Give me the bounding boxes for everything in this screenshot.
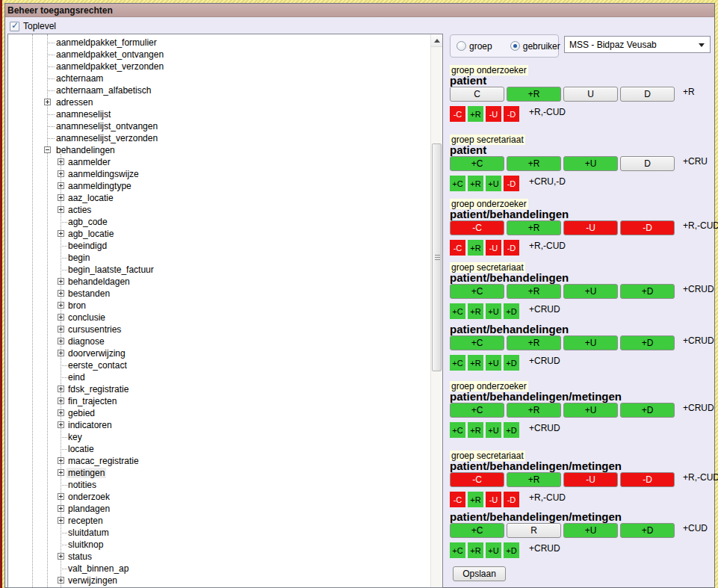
tree-item-label[interactable]: gebied (66, 408, 96, 418)
tree-item-label[interactable]: aaz_locatie (66, 193, 115, 203)
permission-button-min-d[interactable]: -D (620, 472, 675, 487)
permission-button-min-u[interactable]: -U (563, 220, 618, 235)
tree-row[interactable]: valt_binnen_ap (8, 563, 429, 575)
tree-row[interactable]: aanmelder (8, 156, 429, 168)
permission-toggle-min-d[interactable]: -D (504, 492, 519, 507)
tree-row[interactable]: bestanden (8, 288, 429, 300)
tree-item-label[interactable]: metingen (66, 468, 106, 478)
expand-plus-icon[interactable] (58, 182, 64, 189)
permission-toggle-plusmin-d[interactable]: +D (504, 542, 519, 558)
tree-item-label[interactable]: anamneselijst_ontvangen (55, 121, 159, 131)
tree-row[interactable]: aanmeldingtype (8, 180, 429, 192)
tree-row[interactable]: bron (8, 300, 429, 312)
tree-item-label[interactable]: begin (66, 253, 91, 263)
permission-toggle-min-u[interactable]: -U (486, 240, 501, 256)
tree-item-label[interactable]: begin_laatste_factuur (66, 264, 155, 275)
expand-plus-icon[interactable] (58, 350, 64, 356)
permission-toggle-min-u[interactable]: -U (486, 106, 501, 122)
tree-item-label[interactable]: doorverwijzing (66, 348, 127, 359)
tree-row[interactable]: acties (8, 204, 429, 216)
permission-toggle-plusmin-d[interactable]: +D (504, 355, 519, 371)
permission-toggle-min-c[interactable]: -C (450, 106, 465, 122)
expand-plus-icon[interactable] (58, 493, 64, 500)
tree-row[interactable]: beeindigd (8, 240, 429, 252)
expand-plus-icon[interactable] (58, 386, 64, 392)
permission-toggle-plusmin-d[interactable]: +D (504, 422, 519, 438)
tree-item-label[interactable]: agb_code (66, 217, 109, 227)
permission-toggle-plusmin-r[interactable]: +R (468, 176, 483, 191)
tree-item-label[interactable]: valt_binnen_ap (66, 563, 130, 574)
tree-item-label[interactable]: fdsk_registratie (66, 384, 130, 394)
permission-toggle-plusmin-r[interactable]: +R (468, 355, 483, 371)
tree-row[interactable]: indicatoren (8, 419, 429, 431)
permission-button-plusmin-r[interactable]: +R (507, 403, 561, 418)
tree-row[interactable]: begin (8, 252, 429, 264)
permission-toggle-min-u[interactable]: -U (486, 492, 501, 507)
permission-toggle-min-d[interactable]: -D (504, 106, 519, 122)
tree-item-label[interactable]: behandelingen (55, 145, 117, 155)
permission-button-plusmin-d[interactable]: +D (620, 335, 675, 350)
tree-row[interactable]: notities (8, 479, 429, 491)
tree-row[interactable]: fdsk_registratie (8, 383, 429, 395)
expand-plus-icon[interactable] (58, 577, 64, 584)
tree-row[interactable]: metingen (8, 467, 429, 479)
tree-item-label[interactable]: achternaam (55, 73, 105, 84)
tree-item-label[interactable]: agb_locatie (66, 229, 115, 239)
permission-toggle-min-c[interactable]: -C (450, 492, 465, 507)
tree-row[interactable]: anamneselijst_verzonden (8, 132, 429, 144)
expand-plus-icon[interactable] (58, 230, 64, 237)
tree-row[interactable]: plandagen (8, 503, 429, 515)
tree-row[interactable]: fin_trajecten (8, 395, 429, 407)
radio-icon[interactable] (510, 41, 520, 51)
permission-button-u[interactable]: U (563, 87, 618, 102)
tree-item-label[interactable]: aanmeldpakket_ontvangen (55, 49, 165, 60)
tree-item-label[interactable]: achternaam_alfabetisch (55, 85, 152, 96)
permission-toggle-plusmin-u[interactable]: +U (486, 355, 501, 371)
tree-row[interactable]: onderzoek (8, 491, 429, 503)
permission-toggle-plusmin-c[interactable]: +C (450, 176, 465, 191)
tree-row[interactable]: status (8, 551, 429, 563)
tree-item-label[interactable]: anamneselijst (55, 109, 112, 120)
tree-item-label[interactable]: locatie (66, 444, 96, 454)
permission-toggle-plusmin-u[interactable]: +U (486, 542, 501, 558)
tree-item-label[interactable]: acties (66, 205, 93, 215)
permission-toggle-plusmin-c[interactable]: +C (450, 303, 465, 319)
tree-row[interactable]: aanmeldingswijze (8, 168, 429, 180)
scroll-up-button[interactable] (431, 34, 443, 47)
collapse-minus-icon[interactable] (44, 146, 51, 153)
toplevel-checkbox[interactable]: ✓ (10, 22, 19, 31)
expand-plus-icon[interactable] (58, 457, 64, 464)
tree-row[interactable]: locatie (8, 443, 429, 455)
tree-row[interactable]: eerste_contact (8, 359, 429, 371)
tree-row[interactable]: achternaam (8, 72, 429, 84)
permission-button-plusmin-u[interactable]: +U (563, 156, 618, 171)
tree-row[interactable]: verwijzingen (8, 575, 429, 587)
tree-row[interactable]: agb_locatie (8, 228, 429, 240)
tree-item-label[interactable]: diagnose (66, 336, 106, 347)
tree-row[interactable]: anamneselijst_ontvangen (8, 120, 429, 132)
permission-toggle-plusmin-u[interactable]: +U (486, 176, 501, 191)
tree-scrollbar[interactable] (430, 34, 442, 587)
expand-plus-icon[interactable] (58, 505, 64, 512)
permission-button-min-d[interactable]: -D (620, 220, 675, 235)
tree-row[interactable]: agb_code (8, 216, 429, 228)
expand-plus-icon[interactable] (58, 553, 64, 560)
tree-row[interactable]: doorverwijzing (8, 347, 429, 359)
permission-button-plusmin-r[interactable]: +R (507, 472, 561, 487)
tree-item-label[interactable]: recepten (66, 516, 105, 526)
permission-button-c[interactable]: C (450, 87, 504, 102)
tree-row[interactable]: behandelingen (8, 144, 429, 156)
permission-button-d[interactable]: D (620, 156, 675, 171)
permission-button-min-u[interactable]: -U (563, 472, 618, 487)
tree-row[interactable]: cursusentries (8, 324, 429, 335)
expand-plus-icon[interactable] (58, 314, 64, 321)
tree-item-label[interactable]: conclusie (66, 312, 107, 323)
tree-item-label[interactable]: verwijzingen (66, 575, 119, 586)
permission-button-min-c[interactable]: -C (450, 472, 504, 487)
expand-plus-icon[interactable] (58, 194, 64, 201)
tree-row[interactable]: sluitdatum (8, 527, 429, 539)
permission-toggle-min-d[interactable]: -D (504, 240, 519, 256)
tree-item-label[interactable]: aanmeldpakket_verzonden (55, 61, 165, 72)
expand-plus-icon[interactable] (58, 409, 64, 416)
permission-button-plusmin-c[interactable]: +C (450, 523, 504, 538)
